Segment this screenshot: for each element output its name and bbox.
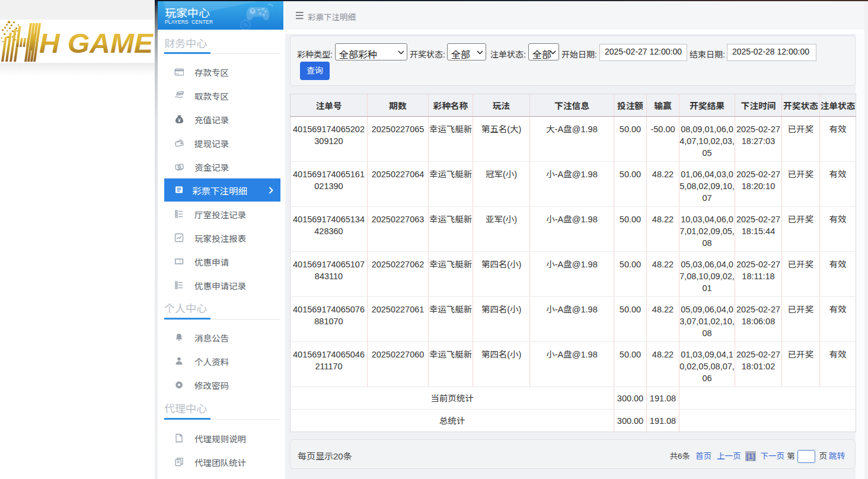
svg-text:H GAME: H GAME (39, 28, 154, 59)
